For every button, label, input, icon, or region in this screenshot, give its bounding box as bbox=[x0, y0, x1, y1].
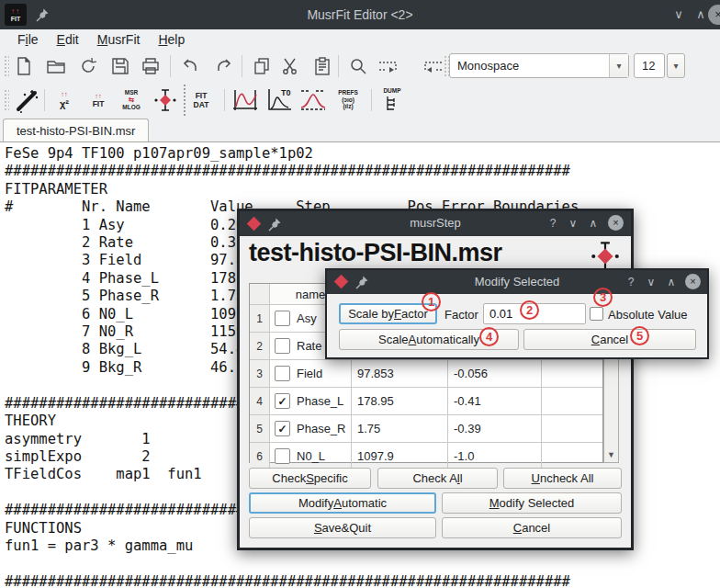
font-family-value: Monospace bbox=[450, 59, 609, 73]
toolbar-grip[interactable] bbox=[4, 89, 9, 111]
toolbar-separator bbox=[242, 55, 242, 77]
toolbar-separator bbox=[170, 55, 171, 77]
search-icon[interactable] bbox=[345, 53, 371, 79]
toolbar-separator bbox=[338, 55, 339, 77]
row-checkbox-checked[interactable]: ✓ bbox=[275, 393, 290, 409]
font-size-field[interactable]: 12 bbox=[634, 53, 665, 78]
annotation-circle-4: 4 bbox=[479, 327, 499, 346]
modify-selected-titlebar: Modify Selected ? ∨ ∧ × bbox=[327, 270, 707, 294]
param-name: Phase_L bbox=[297, 394, 343, 408]
param-name: Phase_R bbox=[297, 422, 345, 435]
save-icon[interactable] bbox=[107, 53, 133, 79]
row-checkbox-checked[interactable]: ✓ bbox=[275, 421, 290, 436]
toolbar-separator bbox=[371, 89, 372, 111]
row-checkbox[interactable] bbox=[275, 311, 290, 326]
table-row[interactable]: 5 ✓Phase_R 1.75 -0.39 bbox=[250, 414, 602, 442]
menu-bar: File Edit MusrFit Help bbox=[0, 29, 720, 50]
musrstep-logo-icon bbox=[591, 241, 620, 272]
row-checkbox[interactable] bbox=[275, 366, 290, 381]
absolute-value-label: Absolute Value bbox=[608, 308, 688, 322]
font-family-combobox[interactable]: Monospace ▾ bbox=[449, 53, 629, 78]
musrfit-icon[interactable]: ↑↑ FIT bbox=[83, 85, 114, 116]
musrt0-icon[interactable]: T0 bbox=[264, 85, 295, 116]
check-specific-button[interactable]: Check Specific bbox=[249, 468, 371, 489]
annotation-circle-5: 5 bbox=[630, 326, 649, 345]
toolbar-musrfit: ↑↑ χ² ↑↑ FIT MSR ⇆ MLOG FIT DAT T0 bbox=[0, 83, 720, 119]
undo-icon[interactable] bbox=[177, 53, 203, 79]
minimize-button[interactable]: ∨ bbox=[669, 6, 689, 24]
menu-edit[interactable]: Edit bbox=[49, 29, 87, 50]
main-titlebar: ↑↑FIT MusrFit Editor <2> ∨ ∧ × bbox=[0, 0, 720, 29]
param-name: Rate bbox=[297, 339, 321, 353]
param-value: 1097.9 bbox=[357, 449, 394, 463]
close-button[interactable]: × bbox=[685, 274, 701, 289]
menu-musrfit[interactable]: MusrFit bbox=[89, 29, 149, 50]
save-quit-button[interactable]: Save&Quit bbox=[249, 517, 436, 538]
combo-arrow-icon[interactable]: ▾ bbox=[609, 54, 628, 77]
check-all-button[interactable]: Check All bbox=[377, 468, 498, 489]
toolbar-main: Monospace ▾ 12 ▾ bbox=[0, 50, 720, 83]
param-step: -1.0 bbox=[454, 449, 474, 463]
table-row[interactable]: 3 Field 97.853 -0.056 bbox=[250, 359, 602, 387]
annotation-circle-3: 3 bbox=[593, 288, 613, 307]
window-title: MusrFit Editor <2> bbox=[0, 0, 720, 29]
scrollbar-down-icon[interactable]: ▼ bbox=[605, 447, 617, 461]
msr-mlog-swap-icon[interactable]: MSR ⇆ MLOG bbox=[116, 85, 147, 116]
help-button[interactable]: ? bbox=[622, 274, 640, 290]
minimize-button[interactable]: ∨ bbox=[564, 215, 582, 232]
fourier-icon[interactable] bbox=[298, 85, 329, 116]
param-name: Asy bbox=[297, 311, 317, 325]
minimize-button[interactable]: ∨ bbox=[642, 274, 660, 290]
fit-dat-icon[interactable]: FIT DAT bbox=[184, 85, 217, 116]
close-button[interactable]: × bbox=[608, 215, 624, 231]
annotation-circle-1: 1 bbox=[422, 292, 441, 311]
param-value: 97.853 bbox=[357, 367, 394, 380]
dump-icon[interactable]: DUMP bbox=[377, 85, 408, 116]
cut-icon[interactable] bbox=[277, 53, 303, 79]
font-size-value: 12 bbox=[635, 59, 664, 73]
toolbar-grip[interactable] bbox=[4, 55, 9, 77]
factor-label: Factor bbox=[444, 308, 478, 322]
menu-help[interactable]: Help bbox=[150, 29, 193, 50]
modify-selected-dialog: Modify Selected ? ∨ ∧ × Scale by Factor … bbox=[325, 268, 709, 359]
open-folder-icon[interactable] bbox=[43, 53, 69, 79]
tab-test-histo-psi-bin[interactable]: test-histo-PSI-BIN.msr bbox=[3, 119, 149, 142]
musrwiz-wand-icon[interactable] bbox=[11, 85, 42, 116]
musrfit-editor-window: ↑↑FIT MusrFit Editor <2> ∨ ∧ × File Edit… bbox=[0, 0, 720, 588]
musrstep-titlebar: musrStep ? ∨ ∧ × bbox=[240, 211, 631, 236]
absolute-value-checkbox[interactable] bbox=[590, 307, 603, 321]
maximize-button[interactable]: ∧ bbox=[662, 274, 681, 290]
toolbar-separator bbox=[44, 89, 45, 111]
param-step: -0.39 bbox=[454, 422, 481, 435]
musrstep-icon[interactable] bbox=[150, 85, 181, 116]
uncheck-all-button[interactable]: Uncheck All bbox=[503, 468, 622, 489]
table-row[interactable]: 6 N0_L 1097.9 -1.0 bbox=[250, 442, 602, 469]
row-checkbox[interactable] bbox=[275, 448, 290, 464]
calc-chi2-icon[interactable]: ↑↑ χ² bbox=[49, 85, 80, 116]
table-row[interactable]: 4 ✓Phase_L 178.95 -0.41 bbox=[250, 387, 602, 414]
print-icon[interactable] bbox=[138, 53, 163, 79]
find-next-icon[interactable] bbox=[375, 53, 400, 79]
modify-automatic-button[interactable]: Modify Automatic bbox=[249, 492, 436, 514]
modify-cancel-button[interactable]: Cancel bbox=[523, 329, 696, 350]
svg-text:T0: T0 bbox=[281, 88, 291, 97]
help-button[interactable]: ? bbox=[544, 215, 562, 232]
copy-icon[interactable] bbox=[249, 53, 275, 79]
param-name: Field bbox=[297, 367, 322, 380]
msr-file-heading: test-histo-PSI-BIN.msr bbox=[249, 239, 502, 267]
paste-icon[interactable] bbox=[309, 53, 335, 79]
annotation-circle-2: 2 bbox=[520, 300, 539, 320]
param-step: -0.056 bbox=[454, 367, 488, 380]
menu-file[interactable]: File bbox=[9, 29, 47, 50]
find-previous-icon[interactable] bbox=[421, 53, 446, 79]
new-document-icon[interactable] bbox=[11, 53, 37, 79]
redo-icon[interactable] bbox=[211, 53, 237, 79]
modify-selected-button[interactable]: Modify Selected bbox=[442, 492, 622, 514]
reload-icon[interactable] bbox=[75, 53, 101, 79]
cancel-button[interactable]: Cancel bbox=[442, 517, 622, 538]
font-size-dropdown-button[interactable]: ▾ bbox=[667, 53, 685, 78]
row-checkbox[interactable] bbox=[275, 338, 290, 354]
musrview-icon[interactable] bbox=[230, 85, 261, 116]
prefs-icon[interactable]: PREFS (ɔıo) (ılz) bbox=[332, 85, 364, 116]
maximize-button[interactable]: ∧ bbox=[584, 215, 602, 232]
